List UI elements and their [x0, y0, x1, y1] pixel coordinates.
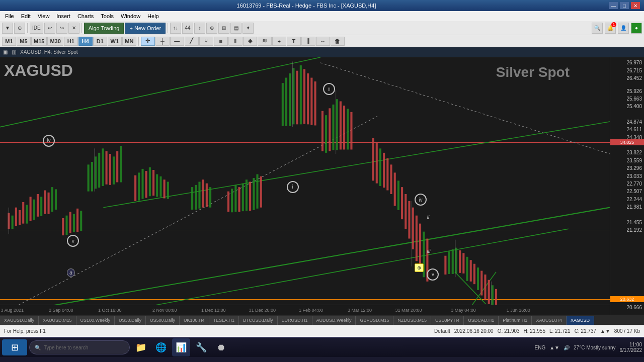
tab-us30[interactable]: US30.Daily: [115, 316, 146, 325]
chart-name-label: Silver Spot: [496, 64, 570, 80]
taskbar-time[interactable]: 11:00 6/17/2022: [620, 342, 642, 353]
title-bar: 16013769 - FBS-Real - Hedge - FBS Inc - …: [0, 0, 644, 11]
svg-rect-100: [448, 251, 450, 274]
tab-btcusd[interactable]: BTCUSD.Daily: [239, 316, 278, 325]
menu-help[interactable]: Help: [144, 12, 162, 20]
menu-file[interactable]: File: [2, 12, 17, 20]
tf-m30[interactable]: M30: [47, 37, 63, 46]
tf-m5[interactable]: M5: [17, 37, 31, 46]
text-tool[interactable]: T: [287, 37, 301, 46]
active-price-line: [0, 142, 610, 143]
price-23033: 23.033: [626, 173, 642, 178]
tf-m1[interactable]: M1: [2, 37, 16, 46]
account-btn[interactable]: 👤: [618, 23, 629, 34]
channel-tool[interactable]: ⫴: [228, 37, 243, 46]
svg-rect-82: [350, 112, 352, 150]
indicators-btn[interactable]: ✦: [243, 23, 254, 34]
svg-rect-15: [33, 200, 35, 220]
parallel-tool[interactable]: ∥: [301, 37, 315, 46]
tab-usdjpy[interactable]: USDJPY.H4: [431, 316, 464, 325]
maximize-button[interactable]: □: [620, 2, 629, 9]
tab-xauusd-h4[interactable]: XAUUSD.H4: [532, 316, 567, 325]
tab-tesla[interactable]: TESLA.H1: [209, 316, 239, 325]
menu-tools[interactable]: Tools: [98, 12, 117, 20]
toolbar2: M1 M5 M15 M30 H1 H4 D1 W1 MN ✛ ┼ — ╱ ⑂ ≡…: [0, 35, 644, 47]
taskbar-app-recording[interactable]: ⏺: [212, 338, 230, 356]
taskbar-weather: 27°C Mostly sunny: [574, 345, 615, 350]
algo-trading-btn[interactable]: Algo Trading: [84, 23, 124, 34]
trend-tool[interactable]: ╱: [185, 37, 199, 46]
buy-sell-btn[interactable]: ↑↓: [170, 23, 181, 34]
ide-btn[interactable]: IDE: [30, 23, 43, 34]
taskbar-sound: 🔊: [564, 345, 570, 350]
zoom-out-btn[interactable]: ⊞: [218, 23, 229, 34]
chart-section: ▣ ▥ XAGUSD, H4: Silver Spot XAGUSD Silve…: [0, 47, 644, 325]
search-btn[interactable]: 🔍: [592, 23, 603, 34]
menu-edit[interactable]: Edit: [18, 12, 34, 20]
tf-h1[interactable]: H1: [64, 37, 78, 46]
measure-tool[interactable]: ↔: [316, 37, 330, 46]
zoom-in-btn[interactable]: ⊕: [206, 23, 217, 34]
taskbar-app-extra[interactable]: 🔧: [192, 338, 210, 356]
fib-tool[interactable]: ≡: [214, 37, 228, 46]
symbol-icon2: ▥: [12, 49, 16, 55]
tab-audusd[interactable]: AUDUSD.Weekly: [312, 316, 356, 325]
redo-btn[interactable]: ↪: [56, 23, 67, 34]
start-button[interactable]: ⊞: [2, 339, 27, 355]
tf-m15[interactable]: M15: [31, 37, 47, 46]
tf-mn[interactable]: MN: [122, 37, 136, 46]
new-order-btn[interactable]: + New Order: [125, 23, 166, 34]
tab-us100[interactable]: US100.Weekly: [76, 316, 115, 325]
svg-rect-84: [376, 143, 378, 184]
delete-tool[interactable]: 🗑: [331, 37, 345, 46]
tab-usdcad[interactable]: USDCAD.H1: [464, 316, 499, 325]
crosshair-tool[interactable]: ┼: [155, 37, 170, 46]
menu-charts[interactable]: Charts: [74, 12, 97, 20]
elliott-tool[interactable]: ≋: [258, 37, 272, 46]
tab-platinum[interactable]: Platinum.H1: [499, 316, 532, 325]
cancel-btn[interactable]: ✕: [68, 23, 79, 34]
taskbar-file-explorer[interactable]: 📁: [132, 338, 150, 356]
connected-btn[interactable]: ●: [631, 23, 642, 34]
toolbar1: ▼ ⊙ IDE ↩ ↪ ✕ Algo Trading + New Order ↑…: [0, 21, 644, 35]
menu-insert[interactable]: Insert: [53, 12, 73, 20]
svg-rect-53: [209, 187, 211, 208]
price-25926: 25.926: [626, 88, 642, 94]
tab-gbpusd[interactable]: GBPUSD.M15: [356, 316, 393, 325]
menu-view[interactable]: View: [35, 12, 53, 20]
cursor-tool[interactable]: ✛: [141, 37, 155, 46]
tab-nzdusd[interactable]: NZDUSD.M15: [393, 316, 431, 325]
svg-rect-52: [206, 184, 208, 207]
menu-window[interactable]: Window: [118, 12, 143, 20]
close-button[interactable]: ✕: [631, 2, 640, 9]
tab-uk100[interactable]: UK100.H4: [180, 316, 209, 325]
profile-dropdown[interactable]: ▼: [2, 23, 13, 34]
hline-tool[interactable]: —: [170, 37, 184, 46]
chart-zoom-btn[interactable]: ↕: [194, 23, 205, 34]
tf-h4[interactable]: H4: [78, 37, 93, 46]
alert-btn[interactable]: 🔔1: [605, 23, 616, 34]
minimize-button[interactable]: —: [609, 2, 618, 9]
status-bar: For Help, press F1 Default 2022.06.16 20…: [0, 325, 644, 337]
tab-xagusd[interactable]: XAGUSD: [567, 316, 594, 325]
taskbar-browser[interactable]: 🌐: [152, 338, 170, 356]
tab-eurusd[interactable]: EURUSD.H1: [278, 316, 312, 325]
shapes-tool[interactable]: ◈: [243, 37, 257, 46]
svg-rect-74: [321, 111, 324, 151]
tf-w1[interactable]: W1: [108, 37, 122, 46]
pitchfork-tool[interactable]: ⑂: [199, 37, 213, 46]
taskbar-search[interactable]: 🔍 Type here to search: [29, 340, 130, 354]
tab-xauusd-m15[interactable]: XAUUSD.M15: [39, 316, 76, 325]
template-btn[interactable]: ▤: [230, 23, 242, 34]
chart-main[interactable]: XAGUSD Silver Spot: [0, 57, 644, 315]
undo-btn[interactable]: ↩: [44, 23, 55, 34]
tab-xauusd-daily[interactable]: XAUUSD.Daily: [0, 316, 39, 325]
leverage-btn[interactable]: 44: [182, 23, 193, 34]
time-axis: 3 Aug 2021 2 Sep 04:00 1 Oct 16:00 2 Nov…: [0, 305, 610, 315]
plus-tool[interactable]: +: [272, 37, 286, 46]
tab-us500[interactable]: US500.Daily: [146, 316, 180, 325]
taskbar-metatrader[interactable]: 📊: [172, 338, 190, 356]
tf-d1[interactable]: D1: [93, 37, 107, 46]
chart-canvas[interactable]: XAGUSD Silver Spot: [0, 57, 610, 315]
new-chart-btn[interactable]: ⊙: [14, 23, 25, 34]
